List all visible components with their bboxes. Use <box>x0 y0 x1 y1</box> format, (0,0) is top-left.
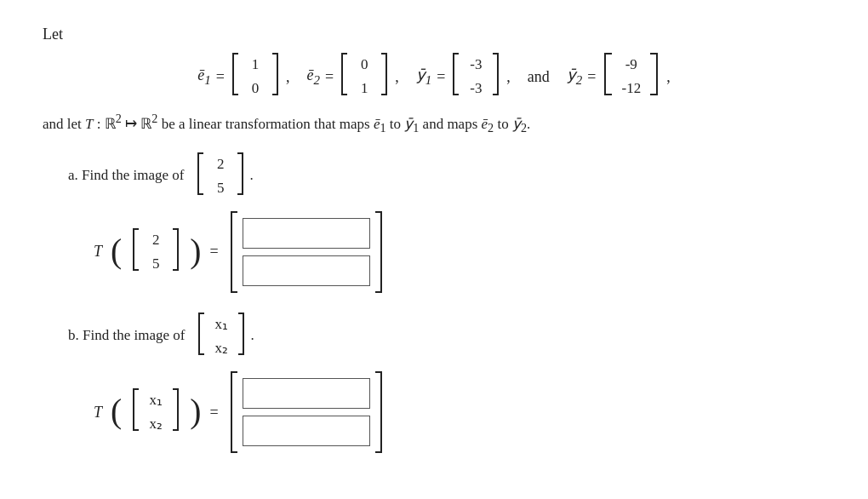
part-a-entries: 2 5 <box>205 152 236 201</box>
open-paren-a: ( <box>111 235 122 269</box>
eq-sign-a: = <box>209 243 218 261</box>
answer-a-entries <box>239 213 374 291</box>
answer-a-right-bracket <box>374 209 385 295</box>
y2-entry-2: -12 <box>621 79 641 98</box>
y1-matrix: -3 -3 <box>450 52 501 101</box>
part-b-label: b. Find the image of x₁ x₂ . <box>68 312 825 361</box>
e2-entries: 0 1 <box>349 52 380 101</box>
answer-a-input-2[interactable] <box>243 255 370 286</box>
y2-label: ȳ2 <box>567 66 583 88</box>
y2-period: , <box>666 68 671 86</box>
part-a-entry-2: 5 <box>212 179 229 198</box>
close-paren-b: ) <box>190 395 201 429</box>
y1-equation: ȳ1 = -3 -3 , <box>416 52 511 101</box>
arg-a-left-bracket <box>130 227 140 272</box>
answer-b-left-bracket <box>227 370 239 455</box>
e2-label: ē2 <box>307 66 321 88</box>
part-a-entry-1: 2 <box>212 155 229 174</box>
y2-left-bracket <box>601 52 614 96</box>
let-line: Let <box>43 26 825 43</box>
e2-entry-2: 1 <box>356 79 373 98</box>
arg-a-entry-2: 5 <box>147 255 164 273</box>
y2-entries: -9 -12 <box>614 52 648 101</box>
part-a-vector: 2 5 <box>195 152 246 201</box>
part-b-entries: x₁ x₂ <box>206 312 237 361</box>
arg-b-entry-2: x₂ <box>147 415 164 433</box>
y2-matrix: -9 -12 <box>601 52 661 101</box>
y1-right-bracket <box>491 52 501 96</box>
y2-equation: ȳ2 = -9 -12 , <box>567 52 671 101</box>
e1-entries: 1 0 <box>240 52 271 101</box>
arg-b-left-bracket <box>130 387 140 432</box>
arg-vector-a: 2 5 <box>130 227 181 277</box>
answer-b-input-1[interactable] <box>243 378 370 409</box>
e2-left-bracket <box>339 52 349 96</box>
eq-sign-b: = <box>209 404 218 422</box>
and-text: and <box>528 68 550 86</box>
y1-left-bracket <box>450 52 460 96</box>
t-func-b: T <box>94 404 102 422</box>
close-paren-a: ) <box>190 235 201 269</box>
e1-eq-sign: = <box>216 68 225 86</box>
y2-eq-sign: = <box>587 68 596 86</box>
part-a-label: a. Find the image of 2 5 . <box>68 152 825 201</box>
part-b-left-bracket <box>196 312 206 356</box>
e1-left-bracket <box>230 52 240 96</box>
transform-row-b: T ( x₁ x₂ ) = <box>94 370 825 455</box>
y2-entry-1: -9 <box>623 55 640 74</box>
e1-right-bracket <box>271 52 281 96</box>
part-b-period: . <box>250 327 254 343</box>
linear-map-text: and let T : ℝ2 ↦ ℝ2 be a linear transfor… <box>43 108 825 140</box>
t-func-a: T <box>94 243 102 261</box>
arg-a-right-bracket <box>171 227 181 272</box>
e1-comma: , <box>286 68 290 86</box>
e2-equation: ē2 = 0 1 , <box>307 52 399 101</box>
e1-equation: ē1 = 1 0 , <box>197 52 289 101</box>
e2-comma: , <box>395 68 399 86</box>
arg-a-entries: 2 5 <box>140 227 171 277</box>
part-a-text: a. Find the image of <box>68 167 184 183</box>
answer-a-input-1[interactable] <box>243 218 370 249</box>
e1-matrix: 1 0 <box>230 52 281 101</box>
y2-right-bracket <box>648 52 661 96</box>
problem-container: Let ē1 = 1 0 , <box>43 26 825 455</box>
e2-right-bracket <box>380 52 390 96</box>
part-b-right-bracket <box>237 312 247 356</box>
open-paren-b: ( <box>111 395 122 429</box>
y1-comma: , <box>506 68 511 86</box>
arg-a-entry-1: 2 <box>147 231 164 250</box>
answer-matrix-a <box>227 209 385 295</box>
arg-b-entries: x₁ x₂ <box>140 387 171 437</box>
y1-entry-2: -3 <box>467 79 484 98</box>
e2-entry-1: 0 <box>356 55 373 74</box>
part-a-period: . <box>249 167 253 183</box>
part-b-vector: x₁ x₂ <box>196 312 247 361</box>
arg-b-right-bracket <box>171 387 181 432</box>
part-a-right-bracket <box>236 152 246 196</box>
answer-a-left-bracket <box>227 209 239 295</box>
part-b-text: b. Find the image of <box>68 327 185 343</box>
part-b-entry-2: x₂ <box>213 339 230 358</box>
y1-entry-1: -3 <box>467 55 484 74</box>
equation-row: ē1 = 1 0 , ē2 = <box>43 52 825 101</box>
part-a-left-bracket <box>195 152 205 196</box>
e2-eq-sign: = <box>325 68 334 86</box>
arg-b-entry-1: x₁ <box>147 391 164 410</box>
e1-label: ē1 <box>197 66 211 88</box>
e1-entry-1: 1 <box>247 55 264 74</box>
answer-b-entries <box>239 373 374 451</box>
transform-row-a: T ( 2 5 ) = <box>94 209 825 295</box>
answer-matrix-b <box>227 370 385 455</box>
answer-b-right-bracket <box>374 370 385 455</box>
y1-eq-sign: = <box>437 68 445 86</box>
y1-entries: -3 -3 <box>460 52 491 101</box>
e2-matrix: 0 1 <box>339 52 390 101</box>
let-text: Let <box>43 26 63 43</box>
arg-vector-b: x₁ x₂ <box>130 387 181 437</box>
y1-label: ȳ1 <box>416 66 432 88</box>
part-b-entry-1: x₁ <box>213 315 230 334</box>
answer-b-input-2[interactable] <box>243 416 370 446</box>
e1-entry-2: 0 <box>247 79 264 98</box>
